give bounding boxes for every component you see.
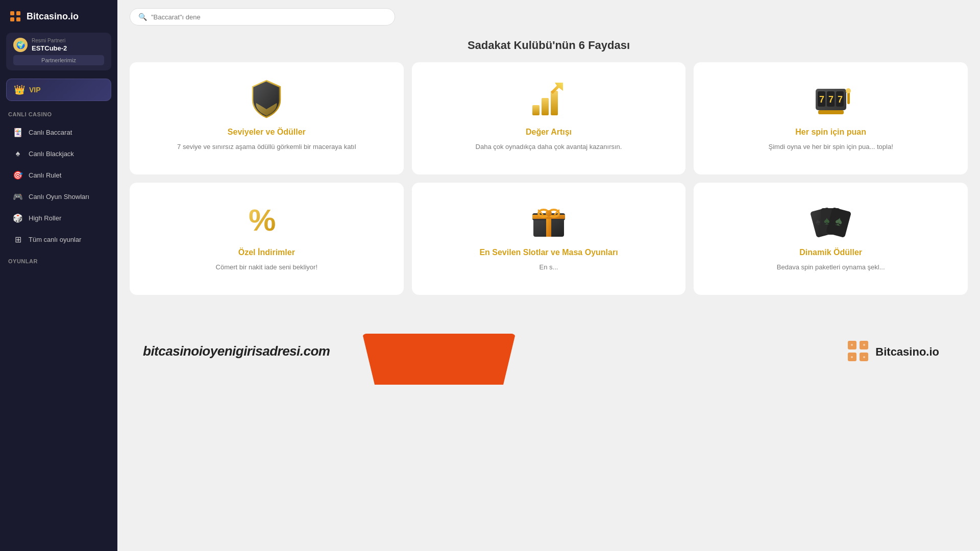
partner-link[interactable]: Partnerlerimiz [13, 55, 104, 65]
svg-rect-16 [818, 110, 844, 114]
card-title-dynamic: Dinamik Ödüller [799, 248, 862, 257]
sidebar-item-baccarat[interactable]: 🃏 Canlı Baccarat [4, 122, 113, 142]
search-input[interactable] [151, 13, 386, 21]
svg-rect-0 [10, 11, 14, 15]
slots-icon: 7 7 7 [811, 79, 851, 119]
svg-rect-20 [546, 218, 551, 237]
logo-text: Bitcasino.io [27, 11, 79, 22]
rulet-icon: 🎯 [12, 169, 23, 181]
benefit-card-spin: 7 7 7 Her spin için puan Şimdi oyna ve h… [694, 62, 968, 174]
card-title-discount: Özel İndirimler [238, 248, 295, 257]
card-desc-slots: En s... [540, 262, 558, 272]
svg-rect-3 [16, 17, 20, 21]
footer-logo-text: Bitcasino.io [875, 345, 939, 359]
sidebar-item-rulet[interactable]: 🎯 Canlı Rulet [4, 165, 113, 185]
vip-button[interactable]: 👑 VIP [6, 79, 111, 101]
card-desc-levels: 7 seviye ve sınırsız aşama ödüllü görkem… [177, 142, 356, 152]
svg-text:♠: ♠ [824, 214, 830, 227]
oyun-shows-icon: 🎮 [12, 191, 23, 202]
benefit-card-dynamic: ♠ ♠ ♠ Dinamik Ödüller Bedava spin paketl… [694, 183, 968, 295]
live-casino-section-title: Canlı Casino [0, 111, 117, 121]
benefit-card-discount: % Özel İndirimler Cömert bir nakit iade … [130, 183, 404, 295]
svg-rect-5 [542, 98, 549, 115]
sidebar-item-label: High Roller [29, 214, 61, 222]
svg-text:7: 7 [828, 94, 834, 105]
search-icon: 🔍 [138, 13, 147, 21]
page-title-area: Sadakat Kulübü'nün 6 Faydası [117, 34, 980, 62]
high-roller-icon: 🎲 [12, 212, 23, 223]
sidebar-item-oyun-shows[interactable]: 🎮 Canlı Oyun Showları [4, 186, 113, 207]
partner-name: ESTCube-2 [32, 44, 67, 52]
page-title: Sadakat Kulübü'nün 6 Faydası [130, 39, 968, 52]
orange-shape [362, 334, 516, 385]
logo: Bitcasino.io [0, 0, 117, 33]
blackjack-icon: ♠ [12, 148, 23, 159]
sidebar-item-label: Canlı Blackjack [29, 150, 74, 158]
svg-point-38 [863, 356, 865, 358]
svg-point-35 [851, 344, 853, 346]
sidebar-item-blackjack[interactable]: ♠ Canlı Blackjack [4, 143, 113, 164]
all-live-icon: ⊞ [12, 234, 23, 245]
shield-icon [246, 79, 287, 119]
main-content: 🔍 Sadakat Kulübü'nün 6 Faydası [117, 0, 980, 551]
svg-rect-4 [532, 105, 540, 115]
card-desc-value: Daha çok oynadıkça daha çok avantaj kaza… [476, 142, 622, 152]
card-desc-spin: Şimdi oyna ve her bir spin için pua... t… [769, 142, 893, 152]
sidebar-item-label: Tüm canlı oyunlar [29, 236, 81, 243]
chart-icon [528, 79, 569, 119]
sidebar-item-high-roller[interactable]: 🎲 High Roller [4, 208, 113, 228]
benefit-card-slots: En Sevilen Slotlar ve Masa Oyunları En s… [412, 183, 686, 295]
gift-icon [528, 199, 569, 240]
benefit-card-levels: Seviyeler ve Ödüller 7 seviye ve sınırsı… [130, 62, 404, 174]
svg-rect-6 [551, 91, 558, 115]
games-section-title: Oyunlar [0, 258, 117, 268]
card-desc-dynamic: Bedava spin paketleri oynama şekl... [777, 262, 885, 272]
vip-crown-icon: 👑 [14, 84, 25, 95]
svg-text:7: 7 [838, 94, 843, 105]
top-bar: 🔍 [117, 0, 980, 34]
sidebar: Bitcasino.io 🌍 Resmi Partneri ESTCube-2 … [0, 0, 117, 551]
svg-text:7: 7 [819, 94, 824, 105]
card-title-spin: Her spin için puan [795, 128, 866, 137]
benefits-grid: Seviyeler ve Ödüller 7 seviye ve sınırsı… [117, 62, 980, 303]
card-desc-discount: Cömert bir nakit iade seni bekliyor! [216, 262, 317, 272]
benefit-card-value: Değer Artışı Daha çok oynadıkça daha çok… [412, 62, 686, 174]
sidebar-item-label: Canlı Baccarat [29, 129, 72, 136]
footer-logo-area: Bitcasino.io [847, 340, 939, 364]
sidebar-item-label: Canlı Oyun Showları [29, 193, 89, 201]
svg-text:%: % [249, 203, 276, 237]
watermark-text: bitcasinoioyenigirisadresi.com [143, 343, 330, 359]
search-box[interactable]: 🔍 [130, 8, 395, 26]
card-title-slots: En Sevilen Slotlar ve Masa Oyunları [479, 248, 618, 257]
sidebar-item-all-live[interactable]: ⊞ Tüm canlı oyunlar [4, 229, 113, 249]
watermark: bitcasinoioyenigirisadresi.com [143, 343, 330, 359]
svg-rect-1 [16, 11, 20, 15]
footer-logo-icon [847, 340, 869, 364]
percent-icon: % [246, 199, 287, 240]
partner-label: Resmi Partneri [32, 38, 67, 43]
baccarat-icon: 🃏 [12, 127, 23, 138]
partner-icon: 🌍 [13, 38, 28, 52]
svg-rect-2 [10, 17, 14, 21]
svg-point-36 [863, 344, 865, 346]
svg-point-37 [851, 356, 853, 358]
card-title-value: Değer Artışı [526, 128, 572, 137]
cards-icon: ♠ ♠ ♠ [811, 199, 851, 240]
svg-point-24 [546, 210, 552, 216]
logo-icon [8, 9, 22, 23]
vip-label: VIP [29, 86, 41, 94]
sidebar-item-label: Canlı Rulet [29, 171, 61, 179]
card-title-levels: Seviyeler ve Ödüller [228, 128, 306, 137]
partner-card: 🌍 Resmi Partneri ESTCube-2 Partnerlerimi… [6, 33, 111, 70]
svg-point-15 [846, 88, 851, 93]
